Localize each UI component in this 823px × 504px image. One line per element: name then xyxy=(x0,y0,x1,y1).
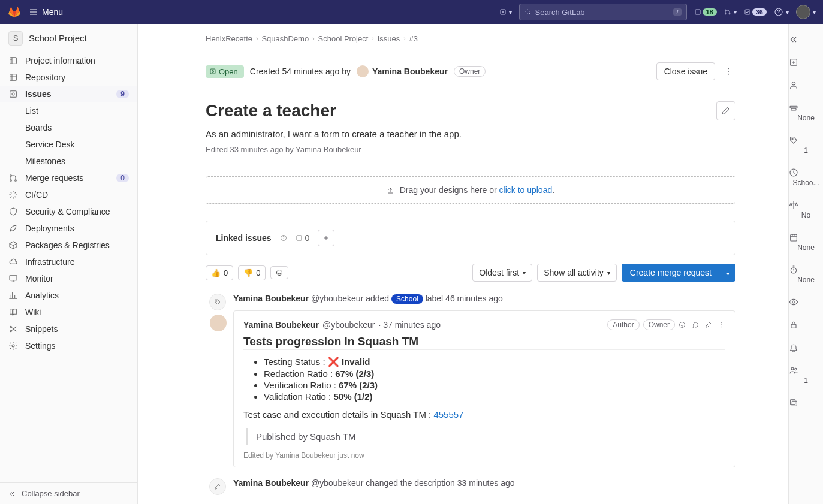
weight-button[interactable]: No xyxy=(789,197,823,225)
lock-button[interactable] xyxy=(789,316,823,336)
close-issue-button[interactable]: Close issue xyxy=(656,62,715,80)
copy-icon xyxy=(789,398,798,408)
gitlab-logo[interactable] xyxy=(7,5,22,19)
milestone-button[interactable]: Schoo... xyxy=(789,164,823,193)
issue-description: As an administrator, I want a form to cr… xyxy=(206,120,735,145)
project-header[interactable]: S School Project xyxy=(0,24,137,52)
upload-link[interactable]: click to upload xyxy=(499,185,553,195)
issues-icon xyxy=(8,89,18,99)
confidential-button[interactable] xyxy=(789,294,823,313)
issues-counter[interactable]: 18 xyxy=(694,8,717,16)
sort-dropdown[interactable]: Oldest first ▾ xyxy=(472,264,532,282)
notifications-button[interactable] xyxy=(789,339,823,358)
svg-rect-15 xyxy=(10,276,17,280)
edit-title-button[interactable] xyxy=(716,101,735,120)
label-pill[interactable]: School xyxy=(391,294,423,304)
package-icon xyxy=(8,240,18,250)
slash-shortcut: / xyxy=(673,8,681,16)
todo-toggle[interactable] xyxy=(789,54,823,73)
sidebar-item-monitor[interactable]: Monitor xyxy=(0,270,137,287)
tag-icon xyxy=(789,135,798,145)
calendar-icon xyxy=(789,233,798,242)
menu-button[interactable]: Menu xyxy=(29,7,63,17)
reference-button[interactable] xyxy=(789,394,823,414)
time-tracking-button[interactable]: None xyxy=(789,261,823,290)
edited-line: Edited 33 minutes ago by Yamina Boubekeu… xyxy=(206,145,735,164)
due-date-button[interactable]: None xyxy=(789,229,823,258)
participants-button[interactable]: 1 xyxy=(789,362,823,391)
thumbs-up-button[interactable]: 👍 0 xyxy=(206,265,233,280)
sidebar-item-analytics[interactable]: Analytics xyxy=(0,287,137,304)
project-name: School Project xyxy=(29,33,87,43)
search-input[interactable] xyxy=(535,8,670,17)
sidebar-item-settings[interactable]: Settings xyxy=(0,337,137,354)
sidebar-sub-service-desk[interactable]: Service Desk xyxy=(0,136,137,153)
filter-dropdown[interactable]: Show all activity ▾ xyxy=(537,264,617,282)
sidebar-item-packages[interactable]: Packages & Registries xyxy=(0,237,137,253)
svg-point-23 xyxy=(728,74,729,75)
kebab-icon xyxy=(723,67,733,76)
sidebar-sub-list[interactable]: List xyxy=(0,102,137,119)
svg-point-28 xyxy=(680,322,685,328)
expand-sidebar-button[interactable] xyxy=(789,31,823,50)
svg-point-31 xyxy=(721,327,722,328)
collapse-sidebar-button[interactable]: Collapse sidebar xyxy=(0,482,137,504)
help-icon xyxy=(774,7,783,17)
todos-counter[interactable]: 36 xyxy=(744,8,767,16)
thumbs-down-button[interactable]: 👎 0 xyxy=(238,265,266,280)
breadcrumb-item: #3 xyxy=(409,34,418,43)
sidebar-item-wiki[interactable]: Wiki xyxy=(0,304,137,321)
sidebar-item-infrastructure[interactable]: Infrastructure xyxy=(0,253,137,270)
lock-icon xyxy=(789,320,798,330)
svg-point-5 xyxy=(729,13,730,14)
help-dropdown[interactable]: ▾ xyxy=(774,7,789,17)
gear-icon xyxy=(8,341,18,351)
merge-requests-dropdown[interactable]: ▾ xyxy=(724,8,737,16)
epic-button[interactable]: None xyxy=(789,99,823,128)
breadcrumb-item[interactable]: Issues xyxy=(378,34,400,43)
sidebar-item-snippets[interactable]: Snippets xyxy=(0,321,137,337)
svg-rect-19 xyxy=(210,69,215,74)
sidebar-item-merge-requests[interactable]: Merge requests 0 xyxy=(0,170,137,186)
issue-icon xyxy=(296,234,303,242)
author-name[interactable]: Yamina Boubekeur xyxy=(233,294,309,303)
design-upload-box[interactable]: Drag your designs here or click to uploa… xyxy=(206,176,735,204)
more-actions-button[interactable] xyxy=(721,64,735,79)
create-merge-request-dropdown[interactable]: ▾ xyxy=(720,264,735,282)
sidebar-item-security[interactable]: Security & Compliance xyxy=(0,203,137,220)
author-name[interactable]: Yamina Boubekeur xyxy=(243,320,319,330)
create-merge-request-button[interactable]: Create merge request xyxy=(622,264,720,282)
more-button[interactable] xyxy=(718,321,725,328)
author-chip[interactable]: Yamina Boubekeur xyxy=(357,65,448,77)
add-linked-issue-button[interactable] xyxy=(318,230,334,246)
pencil-icon xyxy=(209,478,226,495)
sidebar-sub-boards[interactable]: Boards xyxy=(0,119,137,136)
breadcrumb-item[interactable]: HenixRecette xyxy=(206,34,252,43)
react-button[interactable] xyxy=(679,321,686,328)
edit-button[interactable] xyxy=(705,321,712,328)
assignee-button[interactable] xyxy=(789,77,823,96)
sidebar-item-issues[interactable]: Issues 9 xyxy=(0,86,137,102)
sidebar-item-project-info[interactable]: Project information xyxy=(0,52,137,69)
breadcrumb-item[interactable]: School Project xyxy=(318,34,369,43)
user-menu[interactable]: ▾ xyxy=(796,5,816,19)
breadcrumb-item[interactable]: SquashDemo xyxy=(261,34,309,43)
sidebar-item-cicd[interactable]: CI/CD xyxy=(0,186,137,203)
labels-button[interactable]: 1 xyxy=(789,132,823,161)
sidebar-item-deployments[interactable]: Deployments xyxy=(0,220,137,237)
help-icon[interactable] xyxy=(280,234,287,242)
test-progress-list: Testing Status : ❌ Invalid Redaction Rat… xyxy=(243,356,725,402)
reply-button[interactable] xyxy=(692,321,699,328)
search-box[interactable]: / xyxy=(519,4,687,20)
svg-point-29 xyxy=(721,322,722,324)
linked-issues-title: Linked issues xyxy=(216,233,272,243)
svg-rect-35 xyxy=(791,108,796,110)
sidebar-sub-milestones[interactable]: Milestones xyxy=(0,153,137,170)
squash-link[interactable]: 455557 xyxy=(433,409,463,420)
add-reaction-button[interactable] xyxy=(270,266,288,279)
svg-point-12 xyxy=(10,175,12,177)
author-name[interactable]: Yamina Boubekeur xyxy=(233,478,309,488)
issue-header-row: Open Created 54 minutes ago by Yamina Bo… xyxy=(206,53,735,90)
new-dropdown[interactable]: ▾ xyxy=(499,8,512,16)
sidebar-item-repository[interactable]: Repository xyxy=(0,69,137,86)
